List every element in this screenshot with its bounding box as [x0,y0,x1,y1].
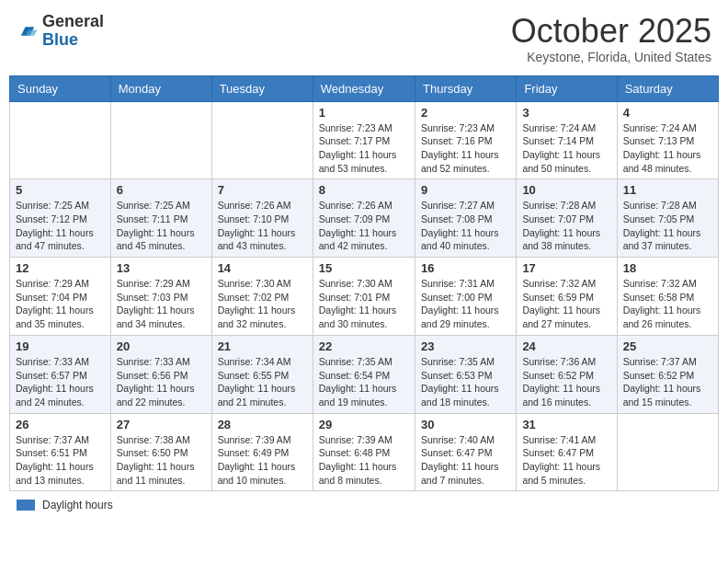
calendar-cell [10,101,111,179]
day-number: 7 [218,183,307,197]
weekday-header: Sunday [10,75,111,101]
calendar-cell [617,413,718,491]
cell-info: Sunrise: 7:37 AM Sunset: 6:51 PM Dayligh… [16,433,105,488]
day-number: 31 [522,418,610,431]
calendar-cell: 26Sunrise: 7:37 AM Sunset: 6:51 PM Dayli… [10,413,111,491]
day-number: 5 [16,183,105,197]
cell-info: Sunrise: 7:39 AM Sunset: 6:48 PM Dayligh… [319,433,409,488]
day-number: 22 [319,339,409,353]
calendar-cell: 12Sunrise: 7:29 AM Sunset: 7:04 PM Dayli… [10,258,111,336]
day-number: 11 [623,183,712,197]
month-title: October 2025 [511,13,711,50]
calendar-cell: 4Sunrise: 7:24 AM Sunset: 7:13 PM Daylig… [617,101,718,179]
calendar-cell: 3Sunrise: 7:24 AM Sunset: 7:14 PM Daylig… [517,101,617,179]
cell-info: Sunrise: 7:37 AM Sunset: 6:52 PM Dayligh… [623,355,712,409]
location: Keystone, Florida, United States [511,50,711,64]
legend: Daylight hours [9,499,719,511]
cell-info: Sunrise: 7:23 AM Sunset: 7:16 PM Dayligh… [421,121,510,176]
day-number: 23 [421,339,510,353]
calendar-cell: 6Sunrise: 7:25 AM Sunset: 7:11 PM Daylig… [110,179,211,258]
calendar-cell: 17Sunrise: 7:32 AM Sunset: 6:59 PM Dayli… [517,258,617,336]
calendar-cell [110,101,211,179]
weekday-header: Thursday [415,75,516,101]
day-number: 20 [117,339,206,353]
day-number: 16 [421,261,510,275]
calendar-cell: 30Sunrise: 7:40 AM Sunset: 6:47 PM Dayli… [415,413,516,491]
cell-info: Sunrise: 7:25 AM Sunset: 7:12 PM Dayligh… [16,199,105,253]
day-number: 26 [16,418,105,431]
cell-info: Sunrise: 7:32 AM Sunset: 6:58 PM Dayligh… [623,277,712,331]
cell-info: Sunrise: 7:33 AM Sunset: 6:56 PM Dayligh… [117,355,206,409]
day-number: 24 [522,339,610,353]
day-number: 19 [16,339,105,353]
calendar-cell: 14Sunrise: 7:30 AM Sunset: 7:02 PM Dayli… [211,258,313,336]
cell-info: Sunrise: 7:30 AM Sunset: 7:02 PM Dayligh… [218,277,307,331]
day-number: 9 [421,183,510,197]
calendar-cell: 22Sunrise: 7:35 AM Sunset: 6:54 PM Dayli… [313,335,415,413]
cell-info: Sunrise: 7:38 AM Sunset: 6:50 PM Dayligh… [117,433,206,488]
cell-info: Sunrise: 7:28 AM Sunset: 7:07 PM Dayligh… [522,199,610,253]
calendar-cell: 1Sunrise: 7:23 AM Sunset: 7:17 PM Daylig… [313,101,415,179]
cell-info: Sunrise: 7:29 AM Sunset: 7:04 PM Dayligh… [16,277,105,331]
calendar-cell: 27Sunrise: 7:38 AM Sunset: 6:50 PM Dayli… [110,413,211,491]
day-number: 30 [421,418,510,431]
calendar-cell: 21Sunrise: 7:34 AM Sunset: 6:55 PM Dayli… [211,335,313,413]
calendar-cell: 11Sunrise: 7:28 AM Sunset: 7:05 PM Dayli… [617,179,718,258]
calendar-cell: 9Sunrise: 7:27 AM Sunset: 7:08 PM Daylig… [415,179,516,258]
day-number: 14 [218,261,307,275]
calendar-cell: 8Sunrise: 7:26 AM Sunset: 7:09 PM Daylig… [313,179,415,258]
logo-text: General Blue [42,13,104,50]
calendar-cell: 25Sunrise: 7:37 AM Sunset: 6:52 PM Dayli… [617,335,718,413]
day-number: 13 [117,261,206,275]
cell-info: Sunrise: 7:26 AM Sunset: 7:09 PM Dayligh… [319,199,409,253]
day-number: 4 [623,106,712,120]
day-number: 3 [522,106,610,120]
cell-info: Sunrise: 7:32 AM Sunset: 6:59 PM Dayligh… [522,277,610,331]
weekday-header: Tuesday [211,75,313,101]
day-number: 18 [623,261,712,275]
weekday-header: Friday [517,75,617,101]
logo-general: General [42,13,104,31]
legend-color [17,500,35,511]
calendar-cell: 29Sunrise: 7:39 AM Sunset: 6:48 PM Dayli… [313,413,415,491]
logo-blue: Blue [42,31,104,50]
calendar-cell: 20Sunrise: 7:33 AM Sunset: 6:56 PM Dayli… [110,335,211,413]
cell-info: Sunrise: 7:35 AM Sunset: 6:54 PM Dayligh… [319,355,409,409]
calendar-table: SundayMondayTuesdayWednesdayThursdayFrid… [9,75,719,492]
cell-info: Sunrise: 7:34 AM Sunset: 6:55 PM Dayligh… [218,355,307,409]
day-number: 21 [218,339,307,353]
cell-info: Sunrise: 7:23 AM Sunset: 7:17 PM Dayligh… [319,121,409,176]
cell-info: Sunrise: 7:30 AM Sunset: 7:01 PM Dayligh… [319,277,409,331]
cell-info: Sunrise: 7:33 AM Sunset: 6:57 PM Dayligh… [16,355,105,409]
day-number: 28 [218,418,307,431]
cell-info: Sunrise: 7:25 AM Sunset: 7:11 PM Dayligh… [117,199,206,253]
calendar-cell: 23Sunrise: 7:35 AM Sunset: 6:53 PM Dayli… [415,335,516,413]
cell-info: Sunrise: 7:24 AM Sunset: 7:14 PM Dayligh… [522,121,610,176]
calendar-cell: 10Sunrise: 7:28 AM Sunset: 7:07 PM Dayli… [517,179,617,258]
day-number: 17 [522,261,610,275]
calendar-cell: 16Sunrise: 7:31 AM Sunset: 7:00 PM Dayli… [415,258,516,336]
logo-icon [17,22,39,40]
cell-info: Sunrise: 7:28 AM Sunset: 7:05 PM Dayligh… [623,199,712,253]
logo: General Blue [17,13,104,50]
day-number: 8 [319,183,409,197]
day-number: 6 [117,183,206,197]
cell-info: Sunrise: 7:40 AM Sunset: 6:47 PM Dayligh… [421,433,510,488]
calendar-cell: 24Sunrise: 7:36 AM Sunset: 6:52 PM Dayli… [517,335,617,413]
calendar-cell: 19Sunrise: 7:33 AM Sunset: 6:57 PM Dayli… [10,335,111,413]
page-header: General Blue October 2025 Keystone, Flor… [9,9,719,68]
cell-info: Sunrise: 7:24 AM Sunset: 7:13 PM Dayligh… [623,121,712,176]
day-number: 29 [319,418,409,431]
cell-info: Sunrise: 7:27 AM Sunset: 7:08 PM Dayligh… [421,199,510,253]
calendar-cell: 31Sunrise: 7:41 AM Sunset: 6:47 PM Dayli… [517,413,617,491]
calendar-cell: 13Sunrise: 7:29 AM Sunset: 7:03 PM Dayli… [110,258,211,336]
title-section: October 2025 Keystone, Florida, United S… [511,13,711,64]
weekday-header: Wednesday [313,75,415,101]
day-number: 10 [522,183,610,197]
calendar-cell: 15Sunrise: 7:30 AM Sunset: 7:01 PM Dayli… [313,258,415,336]
calendar-cell: 7Sunrise: 7:26 AM Sunset: 7:10 PM Daylig… [211,179,313,258]
cell-info: Sunrise: 7:36 AM Sunset: 6:52 PM Dayligh… [522,355,610,409]
calendar-cell: 2Sunrise: 7:23 AM Sunset: 7:16 PM Daylig… [415,101,516,179]
calendar-cell [211,101,313,179]
cell-info: Sunrise: 7:26 AM Sunset: 7:10 PM Dayligh… [218,199,307,253]
